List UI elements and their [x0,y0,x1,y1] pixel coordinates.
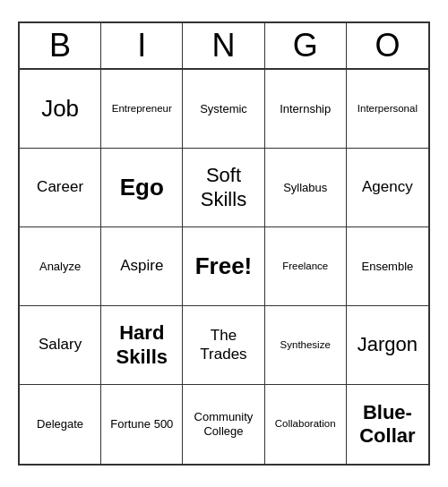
cell-text-21: Fortune 500 [110,417,173,431]
header-letter-I: I [101,23,183,68]
bingo-cell-16[interactable]: Hard Skills [101,306,183,385]
bingo-grid: JobEntrepreneurSystemicInternshipInterpe… [20,70,428,464]
bingo-cell-12[interactable]: Free! [183,227,264,306]
bingo-cell-21[interactable]: Fortune 500 [101,385,183,464]
cell-text-17: The Trades [186,327,260,363]
bingo-cell-17[interactable]: The Trades [183,306,264,385]
bingo-cell-14[interactable]: Ensemble [347,227,428,306]
cell-text-16: Hard Skills [105,321,178,369]
bingo-cell-19[interactable]: Jargon [347,306,428,385]
bingo-cell-1[interactable]: Entrepreneur [101,70,183,149]
bingo-cell-22[interactable]: Community College [183,385,264,464]
cell-text-4: Interpersonal [358,103,418,115]
cell-text-12: Free! [195,252,253,280]
cell-text-14: Ensemble [361,260,413,274]
cell-text-2: Systemic [200,102,247,116]
cell-text-11: Aspire [120,257,163,275]
cell-text-18: Synthesize [280,339,331,352]
bingo-cell-4[interactable]: Interpersonal [347,70,428,149]
bingo-cell-18[interactable]: Synthesize [265,306,347,385]
bingo-cell-6[interactable]: Ego [101,149,183,227]
bingo-cell-5[interactable]: Career [20,149,101,227]
cell-text-8: Syllabus [283,181,327,195]
cell-text-9: Agency [362,178,413,196]
bingo-cell-10[interactable]: Analyze [20,227,101,306]
cell-text-5: Career [37,178,83,196]
header-letter-O: O [347,23,428,68]
bingo-cell-20[interactable]: Delegate [20,385,101,464]
cell-text-3: Internship [280,102,331,116]
bingo-cell-15[interactable]: Salary [20,306,101,385]
bingo-cell-24[interactable]: Blue-Collar [347,385,428,464]
cell-text-20: Delegate [37,417,83,431]
bingo-cell-3[interactable]: Internship [265,70,347,149]
cell-text-10: Analyze [39,260,81,274]
header-letter-B: B [20,23,101,68]
bingo-cell-13[interactable]: Freelance [265,227,347,306]
cell-text-24: Blue-Collar [350,401,425,449]
bingo-header: BINGO [20,23,428,70]
bingo-cell-23[interactable]: Collaboration [265,385,347,464]
bingo-cell-2[interactable]: Systemic [183,70,264,149]
cell-text-15: Salary [39,336,82,354]
header-letter-G: G [265,23,347,68]
cell-text-1: Entrepreneur [112,103,172,115]
cell-text-7: Soft Skills [186,164,260,211]
bingo-card: BINGO JobEntrepreneurSystemicInternshipI… [18,21,430,466]
cell-text-0: Job [41,95,79,123]
bingo-cell-11[interactable]: Aspire [101,227,183,306]
cell-text-6: Ego [120,174,164,201]
bingo-cell-9[interactable]: Agency [347,149,428,227]
cell-text-13: Freelance [282,261,328,273]
bingo-cell-0[interactable]: Job [20,70,101,149]
cell-text-19: Jargon [358,333,418,356]
cell-text-22: Community College [186,410,260,438]
header-letter-N: N [183,23,264,68]
bingo-cell-7[interactable]: Soft Skills [183,149,264,227]
bingo-cell-8[interactable]: Syllabus [265,149,347,227]
cell-text-23: Collaboration [275,418,336,431]
